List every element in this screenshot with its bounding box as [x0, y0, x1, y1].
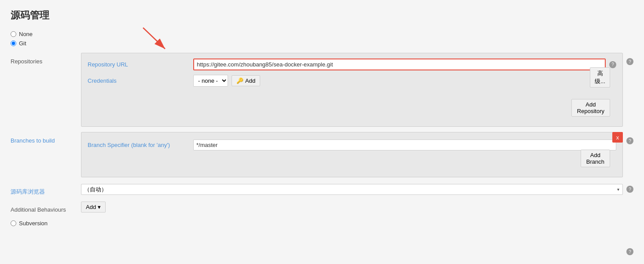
browser-select[interactable]: （自动）	[81, 184, 623, 195]
radio-git-label: Git	[19, 40, 26, 47]
repositories-help-icon[interactable]: ?	[626, 58, 633, 65]
credentials-label: Credentials	[88, 77, 193, 84]
repo-url-help-icon[interactable]: ?	[609, 61, 616, 68]
radio-none-label: None	[19, 31, 33, 37]
browser-help-icon[interactable]: ?	[626, 186, 633, 193]
repositories-label: Repositories	[11, 53, 81, 65]
credentials-select[interactable]: - none -	[193, 75, 228, 87]
radio-none[interactable]	[11, 31, 16, 37]
page-title: 源码管理	[11, 9, 633, 22]
additional-behaviours-label: Additional Behaviours	[11, 201, 81, 213]
add-credential-button[interactable]: 🔑 Add	[232, 75, 260, 86]
add-behaviour-label: Add	[86, 204, 96, 210]
add-behaviour-button[interactable]: Add ▾	[81, 202, 106, 213]
branch-specifier-label: Branch Specifier (blank for 'any')	[88, 142, 193, 148]
branches-label: Branches to build	[11, 132, 81, 144]
key-icon: 🔑	[236, 77, 243, 84]
page-help-icon[interactable]: ?	[626, 248, 633, 255]
radio-git[interactable]	[11, 40, 16, 46]
radio-subversion[interactable]	[11, 220, 16, 226]
advanced-button[interactable]: 高级...	[590, 67, 610, 88]
branch-specifier-input[interactable]	[193, 139, 616, 150]
browser-label: 源码库浏览器	[11, 183, 81, 196]
repo-url-input[interactable]	[193, 59, 606, 70]
radio-subversion-label: Subversion	[19, 220, 48, 227]
add-branch-button[interactable]: Add Branch	[581, 150, 610, 167]
delete-branch-button[interactable]: x	[612, 132, 623, 143]
repo-url-label: Repository URL	[88, 61, 193, 68]
arrow-annotation	[117, 23, 205, 54]
add-repository-button[interactable]: Add Repository	[571, 99, 610, 117]
branches-help-icon[interactable]: ?	[626, 137, 633, 144]
add-behaviour-arrow: ▾	[98, 204, 101, 210]
